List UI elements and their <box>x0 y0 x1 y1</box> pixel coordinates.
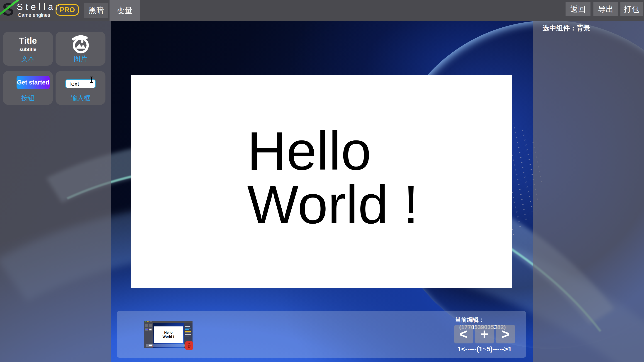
selected-component-readout: 选中组件：背景 <box>543 23 590 33</box>
back-button[interactable]: 返回 <box>566 2 590 16</box>
top-bar: S Stellar Game engines PRO 黑暗 变量 返回 导出 打… <box>0 0 644 21</box>
palette-item-label: 文本 <box>3 54 53 63</box>
palette-item-button[interactable]: Get started 按钮 <box>3 71 53 105</box>
thumb-slide-line1: Hello <box>164 331 172 335</box>
thumb-slide: Hello World ! <box>154 327 183 343</box>
thumb-topbar <box>144 321 192 323</box>
text-preview-title: Title <box>3 36 53 46</box>
export-button[interactable]: 导出 <box>594 2 618 16</box>
current-edit-label: 当前编辑： <box>455 316 484 323</box>
text-preview-subtitle: subtitle <box>3 47 53 52</box>
next-screen-button[interactable]: > <box>496 325 515 344</box>
delete-screen-button[interactable] <box>185 341 193 350</box>
stellar-logo-icon: S <box>1 0 16 21</box>
brand-tagline: Game engines <box>18 12 50 18</box>
palette-item-label: 图片 <box>56 54 106 63</box>
slide-text[interactable]: HelloWorld ! <box>247 124 418 232</box>
tab-dark-mode[interactable]: 黑暗 <box>84 3 108 18</box>
text-cursor-icon <box>90 76 93 83</box>
slide-text-line1: Hello <box>247 120 371 181</box>
brand-name: Stellar <box>17 2 62 12</box>
screens-panel: Hello World ! <box>117 311 526 358</box>
add-screen-button[interactable]: + <box>475 325 494 344</box>
palette-item-label: 输入框 <box>56 93 106 103</box>
thumb-screens-strip <box>146 344 191 347</box>
app-window: 选中组件：背景 HelloWorld ! S Stellar Game engi… <box>0 0 644 362</box>
selected-component-label: 选中组件： <box>543 24 577 32</box>
slide-text-line2: World ! <box>247 174 418 235</box>
image-icon <box>70 35 91 55</box>
prev-screen-button[interactable]: < <box>454 325 473 344</box>
pro-badge: PRO <box>56 4 79 16</box>
palette-item-image[interactable]: 图片 <box>56 32 106 66</box>
package-button[interactable]: 打包 <box>620 2 643 16</box>
inspector-backdrop <box>533 21 644 362</box>
slide-canvas[interactable]: HelloWorld ! <box>131 75 512 288</box>
screen-thumbnail-wrap: Hello World ! <box>144 321 199 352</box>
trash-icon <box>186 343 192 349</box>
palette-item-label: 按钮 <box>3 93 53 103</box>
screen-range-indicator: 1<-----(1~5)----->1 <box>454 345 515 353</box>
palette-item-text[interactable]: Title subtitle 文本 <box>3 32 53 66</box>
tab-variables[interactable]: 变量 <box>110 0 140 21</box>
selected-component-value: 背景 <box>577 24 590 32</box>
button-preview[interactable]: Get started <box>16 76 50 89</box>
palette-item-input[interactable]: 输入框 <box>56 71 106 105</box>
thumb-slide-line2: World ! <box>162 335 174 339</box>
